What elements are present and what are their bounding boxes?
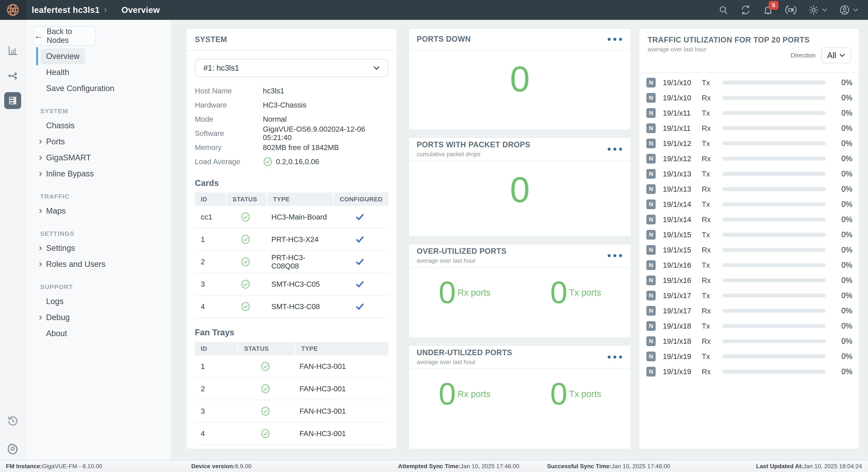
- table-row[interactable]: 2 FAN-HC3-001: [195, 378, 389, 400]
- table-row[interactable]: 1 FAN-HC3-001: [195, 355, 389, 378]
- sidebar-item-debug[interactable]: ›Debug: [26, 309, 171, 325]
- table-row[interactable]: 2 PRT-HC3-C08Q08: [195, 251, 389, 273]
- more-menu-icon[interactable]: [607, 37, 623, 41]
- tx-ports-value: 0: [550, 379, 567, 409]
- breadcrumb-node[interactable]: leafertest hc3ls1: [32, 5, 100, 15]
- utilization-percent: 0%: [833, 215, 852, 224]
- sidebar-item-gigasmart[interactable]: ›GigaSMART: [26, 150, 171, 166]
- sidebar-item-label: Save Configuration: [40, 81, 120, 96]
- direction-dropdown[interactable]: All: [821, 47, 851, 63]
- rx-ports-stat: 0 Rx ports: [439, 379, 491, 409]
- utilization-bar: [722, 309, 826, 313]
- field-value: Normal: [263, 115, 287, 123]
- utilization-percent: 0%: [833, 78, 852, 87]
- successful-sync-label: Successful Sync Time:: [547, 463, 612, 469]
- port-type-badge: N: [646, 154, 656, 163]
- sidebar-item-maps[interactable]: ›Maps: [26, 203, 171, 219]
- node-selector-dropdown[interactable]: #1: hc3ls1: [195, 59, 389, 77]
- search-button[interactable]: [718, 5, 728, 15]
- packet-drops-body: 0: [409, 161, 631, 208]
- user-menu[interactable]: [839, 5, 858, 15]
- sidebar-item-roles-and-users[interactable]: ›Roles and Users: [26, 256, 171, 272]
- sidebar-item-inline-bypass[interactable]: ›Inline Bypass: [26, 166, 171, 182]
- history-icon: [7, 415, 18, 427]
- tx-ports-stat: 0 Tx ports: [550, 277, 601, 308]
- configured-check-icon: [355, 302, 365, 311]
- sidebar-item-settings[interactable]: ›Settings: [26, 240, 171, 256]
- nodes-rail-button-active[interactable]: [4, 92, 21, 109]
- traffic-row: N19/1/x16Rx0%: [646, 273, 852, 288]
- more-menu-icon[interactable]: [607, 254, 623, 258]
- globe-icon: [6, 3, 20, 17]
- port-type-badge: N: [646, 260, 656, 270]
- sidebar-section-title: SYSTEM: [26, 105, 171, 118]
- dashboards-rail-button[interactable]: [7, 45, 19, 56]
- table-row[interactable]: 1 PRT-HC3-X24: [195, 228, 389, 251]
- fan-type-cell: FAN-HC3-001: [293, 384, 389, 393]
- sidebar-section-title: TRAFFIC: [26, 190, 171, 203]
- table-row[interactable]: 3 SMT-HC3-C05: [195, 273, 389, 295]
- theme-selector[interactable]: [808, 5, 828, 15]
- configured-check-icon: [355, 234, 365, 244]
- traffic-utilization-list[interactable]: N19/1/x10Tx0%N19/1/x10Rx0%N19/1/x11Tx0%N…: [639, 73, 859, 379]
- traffic-split-icon: [7, 70, 19, 82]
- traffic-row: N19/1/x17Tx0%: [646, 288, 852, 303]
- traffic-row: N19/1/x11Tx0%: [646, 105, 852, 121]
- table-row[interactable]: 4 SMT-HC3-C08: [195, 295, 389, 318]
- table-header: IDSTATUSTYPE: [195, 342, 389, 355]
- table-row[interactable]: 4 FAN-HC3-001: [195, 422, 389, 445]
- port-direction: Rx: [702, 246, 719, 254]
- console-button[interactable]: [785, 5, 797, 15]
- sidebar-item-health[interactable]: Health: [26, 64, 171, 80]
- attempted-sync-label: Attempted Sync Time:: [398, 463, 460, 469]
- under-utilized-subtitle: average over last hour: [417, 359, 623, 366]
- back-to-nodes-label: Back to Nodes: [47, 27, 95, 45]
- traffic-row: N19/1/x13Rx0%: [646, 182, 852, 197]
- port-type-badge: N: [646, 352, 656, 361]
- column-header-id: ID: [195, 192, 226, 206]
- port-type-badge: N: [646, 336, 656, 346]
- app-logo[interactable]: [0, 0, 26, 20]
- settings-rail-button[interactable]: [7, 443, 19, 455]
- sidebar-item-chassis[interactable]: Chassis: [26, 118, 171, 133]
- configured-check-icon: [355, 257, 365, 266]
- sidebar-item-overview[interactable]: Overview: [26, 48, 171, 64]
- packet-drops-subtitle: cumulative packet drops: [417, 151, 623, 158]
- table-row[interactable]: 3 FAN-HC3-001: [195, 400, 389, 422]
- bar-chart-icon: [7, 45, 19, 56]
- utilization-percent: 0%: [833, 230, 852, 239]
- field-value: GigaVUE-OS6.9.002024-12-06 05:21:40: [263, 125, 389, 142]
- status-bar: FM Instance:GigaVUE-FM - 6.10.00 Device …: [0, 460, 868, 472]
- traffic-row: N19/1/x18Tx0%: [646, 318, 852, 334]
- port-direction: Tx: [702, 139, 719, 148]
- card-type-cell: HC3-Main-Board: [266, 213, 331, 221]
- field-value-text: 0.2,0.16,0.06: [276, 157, 319, 166]
- more-menu-icon[interactable]: [607, 147, 623, 151]
- column-header-configured: CONFIGURED: [334, 192, 389, 206]
- traffic-rail-button[interactable]: [7, 70, 19, 82]
- port-id: 19/1/x13: [663, 170, 702, 178]
- utilization-bar: [722, 96, 826, 100]
- search-icon: [718, 5, 728, 15]
- notifications-button[interactable]: 5: [763, 5, 773, 15]
- configured-check-icon: [355, 279, 365, 289]
- sidebar-item-logs[interactable]: Logs: [26, 293, 171, 309]
- more-menu-icon[interactable]: [607, 355, 623, 359]
- back-to-nodes-button[interactable]: ← Back to Nodes: [33, 26, 96, 45]
- table-row[interactable]: cc1 HC3-Main-Board: [195, 206, 389, 228]
- system-field-row: Memory802MB free of 1842MB: [195, 140, 389, 154]
- card-configured-cell: [331, 257, 389, 266]
- system-card-body[interactable]: #1: hc3ls1 Host Namehc3ls1HardwareHC3-Ch…: [186, 59, 397, 445]
- field-value: hc3ls1: [263, 87, 284, 95]
- utilization-percent: 0%: [833, 124, 852, 133]
- sidebar-item-about[interactable]: About: [26, 325, 171, 341]
- sidebar-item-save-configuration[interactable]: Save Configuration: [26, 80, 171, 96]
- utilization-bar: [722, 126, 826, 130]
- sync-button[interactable]: [740, 5, 751, 15]
- card-status-cell: [226, 212, 266, 222]
- port-direction: Rx: [702, 94, 719, 102]
- traffic-row: N19/1/x15Tx0%: [646, 227, 852, 242]
- over-utilized-header: OVER-UTILIZED PORTS average over last ho…: [409, 244, 631, 268]
- sidebar-item-ports[interactable]: ›Ports: [26, 133, 171, 150]
- audit-history-rail-button[interactable]: [7, 415, 18, 427]
